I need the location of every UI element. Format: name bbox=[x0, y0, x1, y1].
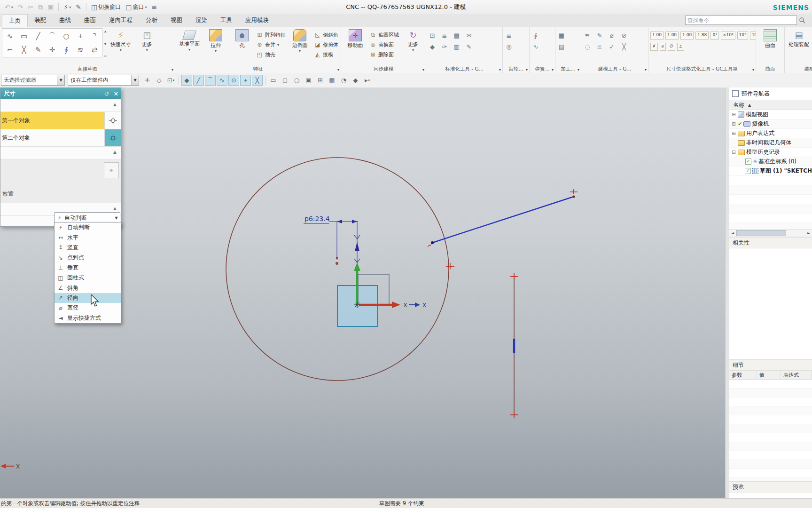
sketch-tool-icon[interactable]: ✛ bbox=[45, 43, 59, 56]
chevron-down-icon[interactable]: ▼ bbox=[113, 216, 120, 220]
tree-node-用户表达式[interactable]: ⊞用户表达式 bbox=[729, 129, 812, 138]
select-second-object-row[interactable]: 第二个对象 bbox=[0, 129, 121, 147]
menu-item-垂直[interactable]: ⊥垂直 bbox=[55, 263, 121, 273]
tool-icon[interactable]: ✎ bbox=[595, 31, 604, 40]
preview-section-header[interactable]: 预览 bbox=[729, 481, 812, 492]
dimension-format-icon[interactable]: ∅ bbox=[668, 43, 675, 51]
chevron-down-icon[interactable]: ▾ bbox=[552, 68, 554, 72]
sketch-pen-icon[interactable]: ✎ bbox=[74, 2, 83, 12]
ribbon-button-替换面[interactable]: ⧈替换面 bbox=[369, 40, 399, 49]
sketch-tool-icon[interactable]: ＋ bbox=[73, 29, 87, 43]
menu-item-圆柱式[interactable]: ◫圆柱式 bbox=[55, 273, 121, 283]
ribbon-button-处理装配[interactable]: ▤处理装配 bbox=[787, 28, 811, 48]
sketch-tool-icon[interactable]: ∮ bbox=[59, 43, 73, 56]
dimension-format-icon[interactable]: ✗ bbox=[650, 43, 658, 51]
selection-option-icon[interactable]: ▦ bbox=[327, 75, 337, 86]
chevron-down-icon[interactable]: ▾ bbox=[277, 43, 279, 47]
details-section-header[interactable]: 细节 bbox=[729, 359, 812, 371]
selection-type-filter[interactable]: 无选择过滤器 ▼ bbox=[1, 75, 65, 86]
dialog-section-header-origin[interactable]: ▲ bbox=[0, 147, 121, 159]
ribbon-button-基准平面[interactable]: 基准平面▾ bbox=[177, 28, 202, 52]
selection-scope-filter[interactable]: 仅在工作部件内 ▼ bbox=[68, 75, 139, 86]
chevron-down-icon[interactable]: ▾ bbox=[120, 48, 122, 52]
toolbar-overflow-icon[interactable]: ≡ bbox=[150, 2, 159, 12]
chevron-down-icon[interactable]: ▾ bbox=[337, 68, 339, 72]
tab-装配[interactable]: 装配 bbox=[28, 14, 53, 27]
details-column-参数[interactable]: 参数 bbox=[729, 371, 757, 379]
selection-option-icon[interactable]: ○ bbox=[291, 75, 302, 86]
tool-icon[interactable]: ▤ bbox=[557, 42, 566, 51]
tool-icon[interactable]: ◌ bbox=[583, 42, 592, 51]
chevron-down-icon[interactable]: ▾ bbox=[145, 5, 147, 9]
dimension-format-icon[interactable]: 1.88 bbox=[695, 32, 709, 40]
tool-icon[interactable]: ∮ bbox=[531, 31, 540, 40]
switch-window-icon[interactable]: ◫切换窗口 bbox=[89, 2, 123, 12]
chevron-down-icon[interactable]: ▾ bbox=[412, 48, 414, 52]
scroll-left-icon[interactable]: ◄ bbox=[729, 231, 736, 235]
checkbox-icon[interactable]: ✓ bbox=[745, 168, 750, 174]
menu-item-显示快捷方式[interactable]: ◄显示快捷方式 bbox=[55, 313, 121, 323]
search-icon[interactable] bbox=[799, 17, 805, 24]
dimension-format-icon[interactable]: ⌀ bbox=[660, 43, 666, 51]
chevron-down-icon[interactable]: ▾ bbox=[645, 68, 647, 72]
selection-option-icon[interactable]: ⊞ bbox=[315, 75, 326, 86]
details-column-表达式[interactable]: 表达式 bbox=[781, 371, 812, 379]
ribbon-button-拔模[interactable]: ◭拔模 bbox=[314, 50, 338, 59]
selection-option-icon[interactable]: ◆ bbox=[350, 75, 361, 86]
selection-option-icon[interactable]: ⊡▾ bbox=[165, 75, 176, 86]
chevron-down-icon[interactable]: ▾ bbox=[146, 48, 148, 52]
menu-item-竖直[interactable]: ↕竖直 bbox=[55, 243, 121, 253]
sketch-tool-icon[interactable]: ╳ bbox=[17, 43, 31, 56]
chevron-down-icon[interactable]: ▾ bbox=[69, 5, 71, 9]
tree-node-非时间戳记几何体[interactable]: 非时间戳记几何体 bbox=[729, 138, 812, 148]
tool-icon[interactable]: ◎ bbox=[505, 42, 513, 51]
chevron-down-icon[interactable]: ▾ bbox=[752, 68, 754, 72]
dimension-format-icon[interactable]: 1.00 bbox=[680, 32, 694, 40]
tree-node-基准坐标系 (0)[interactable]: ✓✳基准坐标系 (0) bbox=[729, 157, 812, 167]
menu-item-斜角[interactable]: ∠斜角 bbox=[55, 283, 121, 293]
menu-item-自动判断[interactable]: ⚡自动判断 bbox=[55, 222, 121, 232]
dialog-section-header-reference[interactable]: ▲ bbox=[0, 99, 121, 112]
horizontal-scrollbar[interactable]: ◄ ► bbox=[729, 229, 812, 237]
dimension-format-icon[interactable]: 10³ bbox=[750, 32, 756, 40]
tree-node-模型视图[interactable]: ⊞模型视图 bbox=[729, 110, 812, 119]
tab-主页[interactable]: 主页 bbox=[2, 14, 28, 27]
dialog-close-icon[interactable]: ✕ bbox=[111, 90, 121, 97]
second-object-point-button[interactable] bbox=[105, 129, 121, 146]
tab-分析[interactable]: 分析 bbox=[139, 14, 164, 27]
tool-icon[interactable]: ▦ bbox=[557, 31, 566, 40]
selection-option-icon[interactable]: ✛ bbox=[142, 75, 153, 86]
tab-视图[interactable]: 视图 bbox=[164, 14, 189, 27]
dimension-format-icon[interactable]: ± bbox=[677, 43, 685, 51]
first-object-point-button[interactable] bbox=[105, 112, 121, 129]
sketch-tool-icon[interactable]: ⌝ bbox=[87, 29, 102, 43]
ribbon-button-偏置区域[interactable]: ⧉偏置区域 bbox=[369, 30, 399, 40]
menu-item-直径[interactable]: ⌀直径 bbox=[55, 303, 121, 313]
dialog-reset-icon[interactable]: ↺ bbox=[102, 90, 111, 97]
sketch-tool-icon[interactable]: ⌐ bbox=[3, 43, 17, 56]
chevron-down-icon[interactable]: ▾ bbox=[578, 68, 579, 72]
menu-item-点到点[interactable]: ↘点到点 bbox=[55, 253, 121, 262]
sketch-tool-icon[interactable]: ○ bbox=[59, 29, 73, 43]
tool-icon[interactable]: ≣ bbox=[440, 31, 449, 40]
chevron-down-icon[interactable]: ▼ bbox=[57, 75, 64, 85]
ribbon-button-阵列特征[interactable]: ⊞阵列特征 bbox=[256, 30, 286, 40]
selection-option-icon[interactable]: ▣ bbox=[303, 75, 314, 86]
selection-option-icon[interactable]: ⊙ bbox=[228, 75, 239, 86]
ribbon-button-更多[interactable]: ↻更多▾ bbox=[401, 28, 425, 52]
ribbon-button-移动面[interactable]: ✛移动面 bbox=[343, 28, 367, 48]
ribbon-button-快速尺寸[interactable]: ⚡快速尺寸▾ bbox=[109, 28, 133, 52]
selection-option-icon[interactable]: ⌒ bbox=[205, 75, 216, 86]
dimension-format-icon[interactable]: 1.00 bbox=[665, 32, 679, 40]
ribbon-button-抽壳[interactable]: ◰抽壳 bbox=[256, 50, 286, 59]
tree-node-摄像机[interactable]: ⊞✔摄像机 bbox=[729, 119, 812, 129]
tool-icon[interactable]: ◆ bbox=[428, 42, 437, 51]
dimension-format-icon[interactable]: ×10³ bbox=[721, 32, 735, 40]
chevron-down-icon[interactable]: ▾ bbox=[172, 68, 173, 72]
details-column-值[interactable]: 值 bbox=[757, 371, 781, 379]
name-column-header[interactable]: 名称 ▲ bbox=[729, 100, 812, 110]
tab-工具[interactable]: 工具 bbox=[214, 14, 239, 27]
palette-scroll-buttons[interactable]: ▴▾╍ bbox=[104, 28, 107, 59]
menu-item-径向[interactable]: ↗径向 bbox=[55, 293, 121, 303]
sketch-tool-icon[interactable]: ⌒ bbox=[45, 29, 59, 43]
